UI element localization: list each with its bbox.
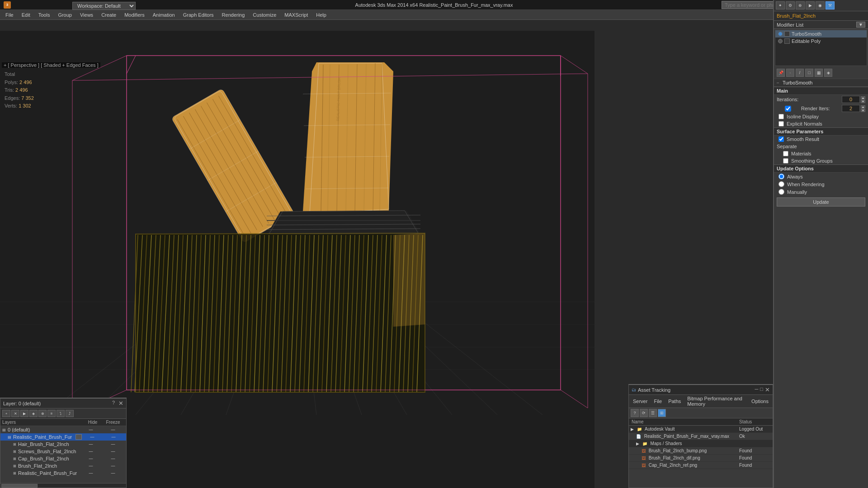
subobj-border-icon[interactable]: □ bbox=[805, 69, 813, 77]
render-iters-row: Render Iters: ▲ ▼ bbox=[774, 104, 868, 113]
utilities-tab-icon[interactable]: ⚒ bbox=[826, 1, 835, 9]
layer-select-btn[interactable]: ◈ bbox=[29, 410, 38, 417]
layer-new-btn[interactable]: + bbox=[2, 410, 10, 417]
asset-menu-paths[interactable]: Paths bbox=[666, 398, 683, 404]
subobj-poly-icon[interactable]: ▦ bbox=[815, 69, 823, 77]
asset-menu-server[interactable]: Server bbox=[631, 398, 650, 404]
asset-help-btn[interactable]: ? bbox=[631, 409, 639, 417]
menu-edit[interactable]: Edit bbox=[18, 11, 34, 19]
iterations-down[interactable]: ▼ bbox=[861, 100, 865, 103]
materials-checkbox[interactable] bbox=[783, 151, 788, 156]
iterations-up[interactable]: ▲ bbox=[861, 96, 865, 99]
hierarchy-tab-icon[interactable]: ⊕ bbox=[796, 1, 805, 9]
menu-views[interactable]: Views bbox=[76, 11, 97, 19]
subobj-element-icon[interactable]: ◈ bbox=[824, 69, 832, 77]
asset-row-max-file[interactable]: 📄 Realistic_Paint_Brush_Fur_max_vray.max… bbox=[629, 433, 773, 440]
layer-panel-close[interactable]: ✕ bbox=[118, 400, 123, 407]
layer-highlight-btn[interactable]: ⊕ bbox=[38, 410, 47, 417]
separate-label-row: Separate bbox=[774, 143, 868, 150]
layer-add-selection-btn[interactable]: ▶ bbox=[20, 410, 28, 417]
menu-help[interactable]: Help bbox=[312, 11, 330, 19]
smooth-result-checkbox[interactable] bbox=[778, 136, 784, 142]
asset-detail-view-btn[interactable]: ⊞ bbox=[658, 409, 666, 417]
when-rendering-radio[interactable] bbox=[778, 181, 784, 187]
render-iters-up[interactable]: ▲ bbox=[861, 105, 865, 108]
modifier-visibility-light-2 bbox=[778, 39, 783, 43]
render-iters-checkbox[interactable] bbox=[777, 106, 799, 112]
titlebar: 3 Workspace: Default Autodesk 3ds Max 20… bbox=[0, 0, 868, 10]
layer-panel-help[interactable]: ? bbox=[112, 400, 115, 407]
asset-list-view-btn[interactable]: ☰ bbox=[649, 409, 657, 417]
layer-props-btn[interactable]: ≡ bbox=[47, 410, 56, 417]
modifier-item-turbosmooth[interactable]: TurboSmooth bbox=[775, 30, 867, 38]
manually-radio[interactable] bbox=[778, 189, 784, 195]
layer-item-screws[interactable]: ⊞ Screws_Brush_Flat_2Inch — — bbox=[0, 448, 126, 455]
asset-row-bump[interactable]: 🖼 Brush_Flat_2Inch_bump.png Found bbox=[629, 447, 773, 455]
update-button[interactable]: Update bbox=[777, 197, 865, 206]
modifier-checkbox-2[interactable] bbox=[784, 38, 790, 44]
layer-merge-btn[interactable]: ⤵ bbox=[57, 410, 65, 417]
menu-customize[interactable]: Customize bbox=[249, 11, 280, 19]
asset-maximize-btn[interactable]: □ bbox=[760, 386, 763, 393]
layer-item-cap[interactable]: ⊞ Cap_Brush_Flat_2Inch — — bbox=[0, 455, 126, 462]
svg-marker-33 bbox=[303, 62, 393, 216]
layer-expand-btn[interactable]: ⤴ bbox=[66, 410, 74, 417]
always-radio[interactable] bbox=[778, 174, 784, 179]
maps-folder-icon: 📁 bbox=[642, 441, 647, 446]
display-tab-icon[interactable]: ◉ bbox=[816, 1, 825, 9]
layer-item-realistic-fur-obj[interactable]: ⊞ Realistic_Paint_Brush_Fur — — bbox=[0, 469, 126, 477]
smoothing-groups-label: Smoothing Groups bbox=[791, 158, 833, 164]
menu-rendering[interactable]: Rendering bbox=[218, 11, 249, 19]
render-iters-label: Render Iters: bbox=[801, 106, 830, 111]
asset-close-btn[interactable]: ✕ bbox=[765, 386, 770, 393]
update-options-section: Update Options bbox=[774, 164, 868, 173]
render-iters-down[interactable]: ▼ bbox=[861, 109, 865, 112]
isoline-display-checkbox[interactable] bbox=[778, 114, 784, 119]
menu-maxscript[interactable]: MAXScript bbox=[281, 11, 311, 19]
menu-modifiers[interactable]: Modifiers bbox=[121, 11, 148, 19]
modifier-item-editable-poly[interactable]: Editable Poly bbox=[775, 38, 867, 45]
menu-create[interactable]: Create bbox=[98, 11, 120, 19]
asset-row-dif[interactable]: 🖼 Brush_Flat_2Inch_dif.png Found bbox=[629, 455, 773, 462]
asset-minimize-btn[interactable]: ─ bbox=[755, 386, 759, 393]
layer-scrollbar[interactable] bbox=[0, 483, 126, 488]
asset-menu-options[interactable]: Options bbox=[749, 398, 771, 404]
asset-menu-file[interactable]: File bbox=[651, 398, 664, 404]
create-tab-icon[interactable]: ✦ bbox=[776, 1, 785, 9]
asset-row-vault[interactable]: ▶ 📁 Autodesk Vault Logged Out bbox=[629, 426, 773, 433]
menu-tools[interactable]: Tools bbox=[35, 11, 54, 19]
modifier-list-dropdown[interactable]: ▼ bbox=[856, 22, 865, 28]
layer-item-hair-brush[interactable]: ⊞ Hair_Brush_Flat_2Inch — — bbox=[0, 441, 126, 448]
menu-group[interactable]: Group bbox=[54, 11, 75, 19]
pin-icon[interactable]: 📌 bbox=[777, 69, 785, 77]
iterations-input[interactable] bbox=[842, 96, 860, 103]
layer-item-brush-flat[interactable]: ⊞ Brush_Flat_2Inch — — bbox=[0, 462, 126, 469]
smoothing-groups-checkbox[interactable] bbox=[783, 158, 788, 164]
subobj-edge-icon[interactable]: / bbox=[796, 69, 804, 77]
layer-item-default[interactable]: ▤ 0 (default) — — bbox=[0, 426, 126, 433]
explicit-normals-checkbox[interactable] bbox=[778, 121, 784, 127]
layer-fur-vis-toggle[interactable] bbox=[75, 434, 82, 440]
layer-scrollbar-thumb[interactable] bbox=[1, 484, 38, 488]
render-iters-input[interactable] bbox=[842, 105, 860, 112]
turbosmooth-section-header[interactable]: – TurboSmooth bbox=[774, 79, 868, 87]
menu-graph-editors[interactable]: Graph Editors bbox=[179, 11, 217, 19]
layer-screws-hide: — bbox=[82, 449, 100, 454]
motion-tab-icon[interactable]: ▶ bbox=[806, 1, 815, 9]
layer-brush-flat-icon: ⊞ bbox=[13, 464, 16, 468]
modify-tab-icon[interactable]: ⚙ bbox=[786, 1, 795, 9]
asset-menu-bitmap-perf[interactable]: Bitmap Performance and Memory bbox=[685, 395, 747, 407]
smoothing-groups-row: Smoothing Groups bbox=[774, 157, 868, 164]
menu-animation[interactable]: Animation bbox=[149, 11, 179, 19]
modifier-checkbox[interactable] bbox=[784, 31, 790, 37]
menu-file[interactable]: File bbox=[2, 11, 17, 19]
layer-hair-freeze: — bbox=[102, 442, 124, 446]
layer-delete-btn[interactable]: ✕ bbox=[11, 410, 19, 417]
workspace-selector[interactable]: Workspace: Default bbox=[72, 2, 136, 10]
asset-row-ref[interactable]: 🖼 Cap_Flat_2Inch_ref.png Found bbox=[629, 462, 773, 469]
asset-refresh-btn[interactable]: ⟳ bbox=[640, 409, 648, 417]
subobj-vertex-icon[interactable]: · bbox=[786, 69, 794, 77]
asset-row-maps-group[interactable]: ▶ 📁 Maps / Shaders bbox=[629, 440, 773, 447]
layer-item-realistic-fur[interactable]: ▤ Realistic_Paint_Brush_Fur — — bbox=[0, 433, 126, 441]
iterations-label: Iterations: bbox=[777, 97, 798, 102]
